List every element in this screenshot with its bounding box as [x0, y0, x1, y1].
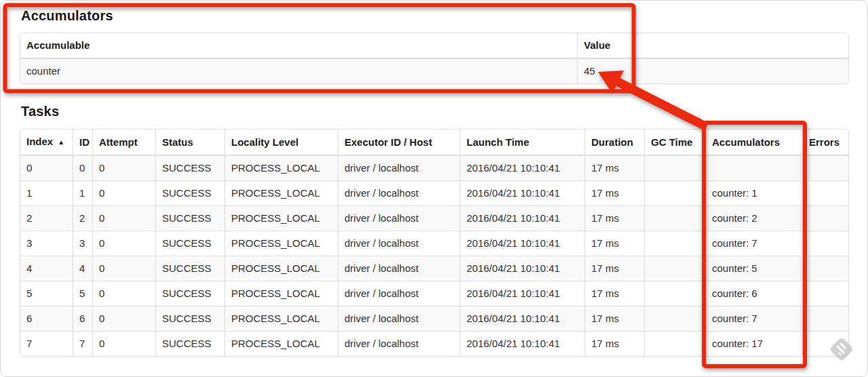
task-accumulators-cell: counter: 7	[705, 231, 802, 256]
task-id-cell: 2	[73, 205, 92, 231]
task-executor-cell: driver / localhost	[338, 281, 460, 306]
task-duration-cell: 17 ms	[585, 281, 644, 306]
task-status-cell: SUCCESS	[155, 156, 224, 180]
task-id-cell: 7	[73, 331, 92, 356]
task-status-cell: SUCCESS	[155, 306, 224, 331]
task-status-cell: SUCCESS	[155, 180, 224, 205]
accumulators-section-title: Accumulators	[21, 8, 113, 24]
task-row: 5 5 0 SUCCESS PROCESS_LOCAL driver / loc…	[20, 281, 848, 306]
task-attempt-cell: 0	[92, 331, 155, 356]
index-column-label: Index	[26, 136, 53, 147]
task-locality-cell: PROCESS_LOCAL	[224, 331, 338, 356]
task-accumulators-cell: counter: 5	[705, 256, 802, 281]
task-attempt-cell: 0	[92, 180, 155, 205]
task-launch-cell: 2016/04/21 10:10:41	[460, 331, 585, 356]
attempt-column-header[interactable]: Attempt	[92, 130, 155, 156]
task-gc-time-cell	[644, 331, 705, 356]
task-row: 3 3 0 SUCCESS PROCESS_LOCAL driver / loc…	[20, 231, 848, 256]
task-status-cell: SUCCESS	[155, 331, 224, 356]
index-column-header[interactable]: Index▲	[20, 130, 73, 156]
tasks-section-title: Tasks	[21, 104, 59, 119]
task-accumulators-cell: counter: 7	[705, 306, 802, 331]
task-executor-cell: driver / localhost	[338, 156, 460, 180]
accumulable-value-cell: 45	[577, 59, 848, 83]
task-attempt-cell: 0	[92, 231, 155, 256]
task-locality-cell: PROCESS_LOCAL	[224, 256, 338, 281]
task-row: 4 4 0 SUCCESS PROCESS_LOCAL driver / loc…	[20, 256, 848, 281]
errors-column-header[interactable]: Errors	[802, 130, 848, 156]
task-status-cell: SUCCESS	[155, 281, 224, 306]
task-errors-cell	[802, 306, 848, 331]
task-locality-cell: PROCESS_LOCAL	[224, 281, 338, 306]
task-errors-cell	[802, 231, 848, 256]
task-locality-cell: PROCESS_LOCAL	[224, 156, 338, 180]
executor-id-host-column-header[interactable]: Executor ID / Host	[338, 130, 460, 156]
task-row: 1 1 0 SUCCESS PROCESS_LOCAL driver / loc…	[20, 180, 848, 205]
task-launch-cell: 2016/04/21 10:10:41	[460, 281, 585, 306]
task-executor-cell: driver / localhost	[338, 331, 460, 356]
task-locality-cell: PROCESS_LOCAL	[224, 205, 338, 231]
task-executor-cell: driver / localhost	[338, 180, 460, 205]
accumulator-row: counter 45	[20, 59, 848, 83]
task-locality-cell: PROCESS_LOCAL	[224, 306, 338, 331]
task-gc-time-cell	[644, 205, 705, 231]
task-attempt-cell: 0	[92, 205, 155, 231]
task-launch-cell: 2016/04/21 10:10:41	[460, 180, 585, 205]
accumulable-column-header[interactable]: Accumulable	[20, 33, 577, 59]
duration-column-header[interactable]: Duration	[585, 130, 644, 156]
task-attempt-cell: 0	[92, 281, 155, 306]
task-attempt-cell: 0	[92, 156, 155, 180]
task-index-cell: 4	[20, 256, 73, 281]
value-column-header[interactable]: Value	[577, 33, 848, 59]
task-status-cell: SUCCESS	[155, 205, 224, 231]
task-index-cell: 1	[20, 180, 73, 205]
task-row: 7 7 0 SUCCESS PROCESS_LOCAL driver / loc…	[20, 331, 848, 356]
task-accumulators-cell	[705, 156, 802, 180]
launch-time-column-header[interactable]: Launch Time	[460, 130, 585, 156]
tasks-table-header-row: Index▲ ID Attempt Status Locality Level …	[20, 130, 848, 156]
status-column-header[interactable]: Status	[155, 130, 224, 156]
task-accumulators-cell: counter: 1	[705, 180, 802, 205]
task-accumulators-cell: counter: 2	[705, 205, 802, 231]
task-accumulators-cell: counter: 6	[705, 281, 802, 306]
task-index-cell: 0	[20, 156, 73, 180]
task-status-cell: SUCCESS	[155, 231, 224, 256]
task-launch-cell: 2016/04/21 10:10:41	[460, 256, 585, 281]
task-index-cell: 7	[20, 331, 73, 356]
gc-time-column-header[interactable]: GC Time	[644, 130, 705, 156]
task-errors-cell	[802, 205, 848, 231]
id-column-header[interactable]: ID	[73, 130, 92, 156]
tasks-table: Index▲ ID Attempt Status Locality Level …	[20, 129, 849, 357]
task-locality-cell: PROCESS_LOCAL	[224, 231, 338, 256]
task-locality-cell: PROCESS_LOCAL	[224, 180, 338, 205]
task-gc-time-cell	[644, 180, 705, 205]
sort-ascending-icon: ▲	[58, 138, 64, 146]
task-id-cell: 3	[73, 231, 92, 256]
task-launch-cell: 2016/04/21 10:10:41	[460, 205, 585, 231]
task-gc-time-cell	[644, 231, 705, 256]
task-gc-time-cell	[644, 156, 705, 180]
task-executor-cell: driver / localhost	[338, 306, 460, 331]
task-gc-time-cell	[644, 306, 705, 331]
task-duration-cell: 17 ms	[585, 231, 644, 256]
locality-level-column-header[interactable]: Locality Level	[224, 130, 338, 156]
task-gc-time-cell	[644, 256, 705, 281]
task-duration-cell: 17 ms	[585, 306, 644, 331]
task-errors-cell	[802, 256, 848, 281]
accumulators-table-header-row: Accumulable Value	[20, 33, 848, 59]
accumulators-column-header[interactable]: Accumulators	[705, 130, 802, 156]
task-duration-cell: 17 ms	[585, 205, 644, 231]
task-executor-cell: driver / localhost	[338, 231, 460, 256]
task-executor-cell: driver / localhost	[338, 256, 460, 281]
spark-ui-page: Accumulators Accumulable Value counter 4…	[0, 0, 868, 377]
task-row: 6 6 0 SUCCESS PROCESS_LOCAL driver / loc…	[20, 306, 848, 331]
accumulable-name-cell: counter	[20, 59, 577, 83]
task-launch-cell: 2016/04/21 10:10:41	[460, 156, 585, 180]
task-duration-cell: 17 ms	[585, 331, 644, 356]
feedly-watermark-icon	[823, 330, 861, 368]
task-status-cell: SUCCESS	[155, 256, 224, 281]
task-errors-cell	[802, 180, 848, 205]
task-duration-cell: 17 ms	[585, 180, 644, 205]
task-index-cell: 6	[20, 306, 73, 331]
task-id-cell: 4	[73, 256, 92, 281]
